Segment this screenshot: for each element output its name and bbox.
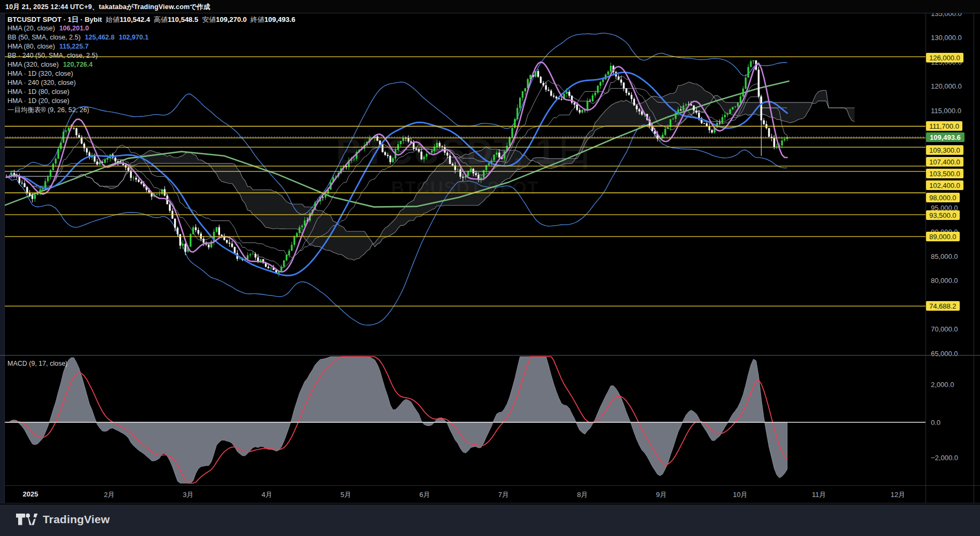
indicator-value: 120,726.4 xyxy=(63,61,93,68)
ohlc-value: 110,548.5 xyxy=(168,15,198,23)
left-margin-strip xyxy=(0,13,5,503)
price-axis[interactable]: 135,000.0130,000.0125,000.0120,000.0115,… xyxy=(926,13,974,503)
tradingview-chart-page: 10月 21, 2025 12:44 UTC+9、takatabaがTradin… xyxy=(0,0,980,536)
macd-indicator-label[interactable]: MACD (9, 17, close) xyxy=(7,360,68,367)
ohlc-value: 109,270.0 xyxy=(216,15,247,23)
price-tick-label: 85,000.0 xyxy=(931,252,958,260)
header-bar: 10月 21, 2025 12:44 UTC+9、takatabaがTradin… xyxy=(0,0,980,13)
tradingview-logo-icon xyxy=(16,513,38,526)
price-tick-label: 135,000.0 xyxy=(931,13,962,17)
time-axis-year-label: 2025 xyxy=(23,490,38,498)
price-level-label: 111,700.0 xyxy=(926,121,962,131)
tradingview-logo-text: TradingView xyxy=(43,513,110,526)
ohlc-label: 高値 xyxy=(154,15,168,23)
indicator-legend: BTCUSDT SPOT · 1日 · Bybit始値110,542.4高値11… xyxy=(7,15,295,115)
indicator-name: 一目均衡表® (9, 26, 52, 26) xyxy=(7,106,89,114)
indicator-value: 115,225.7 xyxy=(59,43,89,50)
chart-top-border xyxy=(0,13,980,13)
legend-indicator-row[interactable]: HMA · 1D (20, close) xyxy=(7,97,295,106)
ohlc-value: 110,542.4 xyxy=(120,15,150,23)
time-axis-month-label: 9月 xyxy=(656,490,667,500)
time-axis-month-label: 7月 xyxy=(498,490,509,500)
ohlc-value: 109,493.6 xyxy=(264,15,295,23)
pane-separator[interactable] xyxy=(0,355,980,356)
time-axis-month-label: 12月 xyxy=(891,490,905,500)
price-axis-separator[interactable] xyxy=(926,13,926,503)
time-axis-month-label: 6月 xyxy=(419,490,430,500)
macd-tick-label: −2,000.0 xyxy=(931,454,958,462)
price-tick-label: 115,000.0 xyxy=(931,106,961,114)
price-tick-label: 130,000.0 xyxy=(931,34,962,42)
legend-indicator-row[interactable]: BB · 240 (50, SMA, close, 2.5) xyxy=(7,51,295,60)
price-tick-label: 65,000.0 xyxy=(931,349,958,357)
price-level-label: 98,000.0 xyxy=(926,193,960,202)
price-level-label: 107,400.0 xyxy=(926,157,963,167)
price-level-label: 103,500.0 xyxy=(926,169,963,178)
indicator-name: HMA (20, close) xyxy=(7,25,55,32)
indicator-name: BB · 240 (50, SMA, close, 2.5) xyxy=(7,52,98,59)
chart-right-border xyxy=(974,13,974,503)
legend-rows: HMA (20, close)106,201.0BB (50, SMA, clo… xyxy=(7,24,295,115)
indicator-values: 106,201.0 xyxy=(55,25,89,32)
indicator-values: 120,726.4 xyxy=(59,61,93,68)
legend-indicator-row[interactable]: HMA (80, close)115,225.7 xyxy=(7,42,295,51)
footer-bar: TradingView xyxy=(0,505,980,536)
legend-indicator-row[interactable]: BB (50, SMA, close, 2.5)125,462.8102,970… xyxy=(7,33,295,42)
price-tick-label: 80,000.0 xyxy=(931,277,958,285)
ohlc-values: 始値110,542.4高値110,548.5安値109,270.0終値109,4… xyxy=(102,15,295,23)
current-price-label: 109,493.6 xyxy=(926,132,965,142)
indicator-values: 115,225.7 xyxy=(55,43,89,50)
price-level-label: 109,300.0 xyxy=(926,145,963,155)
indicator-name: BB (50, SMA, close, 2.5) xyxy=(7,34,81,41)
legend-indicator-row[interactable]: HMA · 240 (320, close) xyxy=(7,78,295,88)
snapshot-timestamp: 10月 21, 2025 12:44 UTC+9、takatabaがTradin… xyxy=(5,3,210,12)
indicator-value: 106,201.0 xyxy=(59,25,89,32)
indicator-name: HMA · 1D (80, close) xyxy=(7,88,69,96)
time-axis-month-label: 11月 xyxy=(812,490,826,500)
legend-indicator-row[interactable]: HMA (20, close)106,201.0 xyxy=(7,24,295,33)
macd-tick-label: 2,000.0 xyxy=(931,381,954,389)
price-level-label: 93,500.0 xyxy=(926,210,960,220)
indicator-name: HMA (320, close) xyxy=(7,61,59,68)
indicator-value: 102,970.1 xyxy=(119,34,148,41)
legend-indicator-row[interactable]: 一目均衡表® (9, 26, 52, 26) xyxy=(7,106,295,115)
indicator-name: HMA · 1D (20, close) xyxy=(7,97,69,105)
price-level-label: 102,400.0 xyxy=(926,180,963,190)
time-axis-month-label: 2月 xyxy=(104,490,115,500)
time-axis-month-label: 3月 xyxy=(183,490,193,500)
symbol-title[interactable]: BTCUSDT SPOT · 1日 · Bybit xyxy=(7,15,102,23)
price-level-label: 126,000.0 xyxy=(926,53,963,62)
legend-indicator-row[interactable]: HMA · 1D (320, close) xyxy=(7,69,295,78)
time-axis-month-label: 5月 xyxy=(341,490,351,500)
indicator-value: 125,462.8 xyxy=(85,34,115,41)
time-axis-month-label: 4月 xyxy=(262,490,272,500)
time-axis-month-label: 10月 xyxy=(733,490,747,500)
legend-title-row[interactable]: BTCUSDT SPOT · 1日 · Bybit始値110,542.4高値11… xyxy=(7,15,295,24)
price-level-label: 89,000.0 xyxy=(926,232,960,241)
ohlc-label: 始値 xyxy=(106,15,120,23)
chart-bottom-border xyxy=(0,503,980,503)
indicator-name: HMA · 240 (320, close) xyxy=(7,79,76,86)
macd-tick-label: 0.0 xyxy=(931,419,940,427)
indicator-values: 125,462.8102,970.1 xyxy=(81,34,148,41)
time-axis-month-label: 8月 xyxy=(577,490,587,500)
indicator-name: HMA · 1D (320, close) xyxy=(7,70,73,77)
time-axis[interactable]: 20252月3月4月5月6月7月8月9月10月11月12月 xyxy=(0,485,980,503)
tradingview-logo[interactable]: TradingView xyxy=(16,513,110,526)
ohlc-label: 安値 xyxy=(202,15,216,23)
price-tick-label: 120,000.0 xyxy=(931,82,962,90)
legend-indicator-row[interactable]: HMA (320, close)120,726.4 xyxy=(7,60,295,69)
indicator-name: HMA (80, close) xyxy=(7,43,55,50)
price-level-label: 74,688.2 xyxy=(926,301,960,311)
legend-indicator-row[interactable]: HMA · 1D (80, close) xyxy=(7,88,295,97)
price-tick-label: 70,000.0 xyxy=(931,325,958,333)
ohlc-label: 終値 xyxy=(250,15,264,23)
